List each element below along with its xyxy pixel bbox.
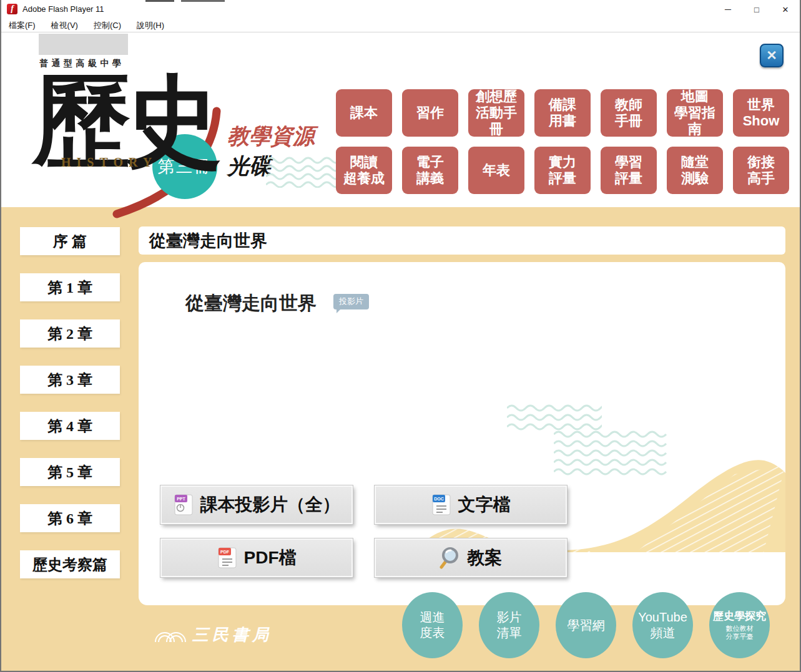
minimize-button[interactable]: ─ bbox=[714, 0, 742, 19]
wave-decoration bbox=[507, 403, 602, 432]
wave-decoration bbox=[266, 157, 340, 188]
nav-button-map-guide[interactable]: 地圖 學習指南 bbox=[667, 89, 723, 137]
weekly-schedule-button[interactable]: 週進 度表 bbox=[402, 592, 463, 658]
sidebar-item-ch4[interactable]: 第 4 章 bbox=[20, 412, 120, 440]
nav-button-lesson-prep[interactable]: 備課 用書 bbox=[534, 89, 591, 137]
magnifier-icon bbox=[440, 547, 461, 569]
video-list-button[interactable]: 影片 清單 bbox=[479, 592, 539, 658]
publisher-arches-icon bbox=[154, 627, 187, 643]
ppt-file-icon: PPT bbox=[174, 494, 194, 516]
window-controls: ─ □ ✕ bbox=[714, 0, 800, 19]
youtube-channel-button[interactable]: YouTube 頻道 bbox=[632, 592, 693, 658]
tagline-disc: 光碟 bbox=[227, 152, 271, 181]
sidebar-item-ch3[interactable]: 第 3 章 bbox=[20, 366, 120, 394]
flash-player-window: f Adobe Flash Player 11 ─ □ ✕ 檔案(F) 檢視(V… bbox=[0, 0, 801, 672]
button-label: 課本投影片（全） bbox=[200, 493, 340, 517]
doc-file-icon: DOC bbox=[431, 494, 451, 516]
nav-button-world-show[interactable]: 世界 Show bbox=[733, 89, 789, 137]
menu-help[interactable]: 說明(H) bbox=[134, 19, 167, 32]
publisher-logo-placeholder bbox=[39, 34, 128, 55]
app-header: 普通型高級中學 歷史 HISTORY 第三冊 教學資源 光碟 ✕ 課本 習作 創… bbox=[1, 33, 800, 207]
app-title-english: HISTORY bbox=[61, 155, 157, 170]
slide-tag: 投影片 bbox=[333, 294, 369, 309]
button-label: PDF檔 bbox=[244, 546, 297, 570]
nav-button-reading[interactable]: 閱讀 超養成 bbox=[336, 147, 392, 194]
close-app-button[interactable]: ✕ bbox=[760, 44, 784, 67]
pdf-file-button[interactable]: PDF PDF檔 bbox=[160, 538, 353, 577]
sidebar-item-ch1[interactable]: 第 1 章 bbox=[20, 273, 120, 301]
sidebar-item-ch6[interactable]: 第 6 章 bbox=[20, 504, 120, 532]
wave-decoration bbox=[554, 429, 671, 477]
nav-button-ability-assessment[interactable]: 實力 評量 bbox=[534, 147, 591, 194]
learning-web-button[interactable]: 學習網 bbox=[556, 592, 616, 658]
nav-button-activity-manual[interactable]: 創想歷 活動手冊 bbox=[468, 89, 524, 137]
svg-text:PPT: PPT bbox=[177, 497, 185, 501]
nav-button-teacher-manual[interactable]: 教師 手冊 bbox=[601, 89, 657, 137]
flash-player-icon: f bbox=[7, 4, 17, 14]
close-window-button[interactable]: ✕ bbox=[771, 0, 800, 19]
text-file-button[interactable]: DOC 文字檔 bbox=[375, 485, 567, 524]
menu-view[interactable]: 檢視(V) bbox=[49, 19, 81, 32]
maximize-button[interactable]: □ bbox=[742, 0, 771, 19]
circle-title: 歷史學探究 bbox=[713, 610, 766, 623]
header-nav: 課本 習作 創想歷 活動手冊 備課 用書 教師 手冊 地圖 學習指南 世界 Sh… bbox=[336, 89, 789, 194]
pdf-file-icon: PDF bbox=[217, 547, 237, 569]
resource-buttons: PPT 課本投影片（全） DOC 文字檔 bbox=[160, 485, 567, 577]
history-inquiry-button[interactable]: 歷史學探究 數位教材 分享平臺 bbox=[709, 592, 770, 658]
circle-subtitle: 數位教材 分享平臺 bbox=[726, 625, 754, 641]
nav-button-e-lecture[interactable]: 電子 講義 bbox=[402, 147, 458, 194]
tagline-resource: 教學資源 bbox=[227, 122, 315, 151]
svg-text:DOC: DOC bbox=[434, 497, 444, 501]
footer-links: 週進 度表 影片 清單 學習網 YouTube 頻道 歷史學探究 數位教材 分享… bbox=[402, 592, 770, 658]
window-title: Adobe Flash Player 11 bbox=[22, 4, 104, 14]
menu-control[interactable]: 控制(C) bbox=[91, 19, 124, 32]
nav-button-bridging[interactable]: 銜接 高手 bbox=[733, 147, 789, 194]
nav-button-chronology[interactable]: 年表 bbox=[468, 147, 524, 194]
publisher-name: 三民書局 bbox=[192, 624, 272, 646]
sidebar-item-field-study[interactable]: 歷史考察篇 bbox=[20, 550, 120, 578]
section-title-bar: 從臺灣走向世界 bbox=[139, 226, 785, 255]
button-label: 教案 bbox=[468, 546, 503, 570]
button-label: 文字檔 bbox=[458, 493, 511, 517]
menu-file[interactable]: 檔案(F) bbox=[6, 19, 38, 32]
content-panel: 從臺灣走向世界 投影片 PPT 課本投影片（全） bbox=[139, 262, 785, 605]
lesson-plan-button[interactable]: 教案 bbox=[375, 538, 567, 577]
background-artifact bbox=[181, 0, 225, 2]
content-heading: 從臺灣走向世界 bbox=[185, 291, 317, 316]
nav-button-workbook[interactable]: 習作 bbox=[402, 89, 458, 137]
svg-text:PDF: PDF bbox=[220, 550, 230, 554]
background-artifact bbox=[145, 0, 174, 2]
nav-button-quiz[interactable]: 隨堂 測驗 bbox=[667, 147, 723, 194]
window-titlebar: f Adobe Flash Player 11 ─ □ ✕ bbox=[1, 0, 800, 19]
nav-button-textbook[interactable]: 課本 bbox=[336, 89, 392, 137]
sidebar-item-ch2[interactable]: 第 2 章 bbox=[20, 319, 120, 348]
publisher-logo: 三民書局 bbox=[154, 624, 272, 646]
menubar: 檔案(F) 檢視(V) 控制(C) 說明(H) bbox=[1, 19, 800, 32]
sidebar-item-ch5[interactable]: 第 5 章 bbox=[20, 458, 120, 486]
chapter-sidebar: 序 篇 第 1 章 第 2 章 第 3 章 第 4 章 第 5 章 第 6 章 … bbox=[20, 227, 120, 578]
nav-button-learning-assessment[interactable]: 學習 評量 bbox=[601, 147, 657, 194]
main-area: 序 篇 第 1 章 第 2 章 第 3 章 第 4 章 第 5 章 第 6 章 … bbox=[1, 207, 800, 671]
slides-all-button[interactable]: PPT 課本投影片（全） bbox=[160, 485, 353, 524]
